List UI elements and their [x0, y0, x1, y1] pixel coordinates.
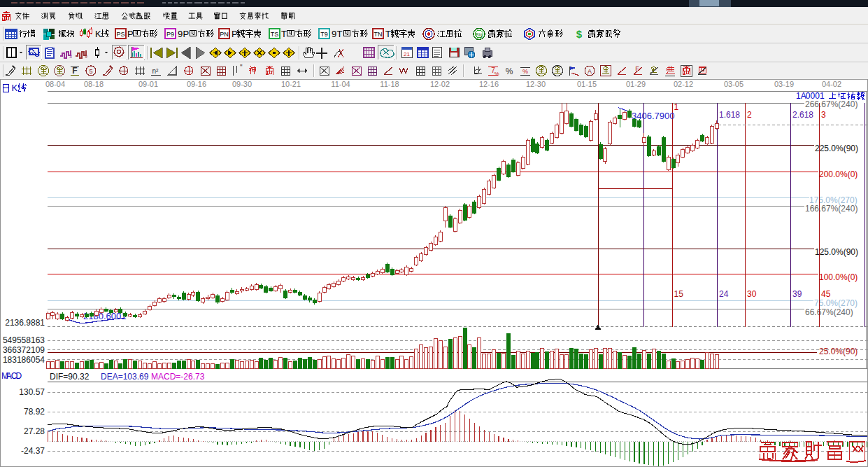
svg-text:10-21: 10-21 [281, 80, 301, 88]
svg-text:12-02: 12-02 [430, 80, 450, 88]
svg-text:9: 9 [332, 29, 336, 39]
svg-text:5: 5 [89, 68, 92, 75]
svg-text:9: 9 [85, 54, 87, 59]
svg-text:F: F [72, 66, 77, 76]
svg-text:9: 9 [178, 29, 183, 39]
svg-text:T: T [385, 29, 391, 39]
svg-text:P: P [183, 29, 189, 39]
svg-text:39: 39 [792, 289, 802, 299]
svg-text:08-18: 08-18 [84, 80, 104, 88]
svg-text:366372109: 366372109 [3, 345, 45, 355]
svg-text:P: P [127, 29, 134, 39]
svg-text:P: P [232, 29, 238, 39]
svg-text:03-19: 03-19 [774, 80, 794, 88]
svg-text:25.0%(90): 25.0%(90) [819, 347, 858, 356]
svg-text:12-16: 12-16 [479, 80, 499, 88]
svg-text:66.67%(240): 66.67%(240) [805, 307, 853, 317]
svg-text:A: A [588, 68, 592, 75]
svg-text:T: T [281, 29, 287, 39]
svg-text:1: 1 [820, 91, 825, 101]
svg-text:K: K [95, 29, 101, 39]
svg-text:DEA=103.69: DEA=103.69 [101, 372, 149, 382]
svg-text:3406.7900: 3406.7900 [632, 111, 674, 121]
svg-text:T: T [336, 29, 342, 39]
svg-text:T9: T9 [320, 31, 328, 38]
svg-text:09-30: 09-30 [232, 80, 252, 88]
svg-text:$: $ [576, 28, 583, 40]
svg-text:Big: Big [476, 32, 483, 38]
svg-text:TN: TN [374, 31, 383, 38]
svg-text:%: % [494, 71, 499, 77]
svg-text:78.92: 78.92 [24, 407, 45, 417]
svg-text:K: K [12, 83, 18, 93]
svg-text:12-30: 12-30 [526, 80, 546, 88]
svg-text:P9: P9 [166, 31, 174, 38]
svg-text:09-16: 09-16 [187, 80, 206, 88]
svg-text:130.57: 130.57 [19, 387, 45, 397]
svg-text:125.0%(90): 125.0%(90) [815, 247, 858, 257]
svg-text:MACD=-26.73: MACD=-26.73 [151, 372, 205, 382]
svg-text:": " [240, 64, 243, 71]
svg-text:DIF=90.32: DIF=90.32 [50, 372, 90, 382]
svg-text:2: 2 [747, 110, 752, 120]
svg-text:549558163: 549558163 [3, 335, 45, 345]
svg-text:11-04: 11-04 [331, 80, 350, 88]
svg-text:100.0%(0): 100.0%(0) [819, 272, 858, 282]
svg-text:166.67%(240): 166.67%(240) [805, 204, 858, 214]
svg-text:n²: n² [152, 67, 159, 75]
svg-text:1: 1 [674, 102, 679, 112]
svg-text:1.618: 1.618 [719, 110, 740, 120]
svg-text:09-01: 09-01 [138, 80, 158, 88]
svg-text:11-18: 11-18 [380, 80, 399, 88]
svg-text:200.0%(0): 200.0%(0) [819, 169, 858, 179]
svg-text:225.0%(90): 225.0%(90) [815, 144, 858, 153]
svg-text:TS: TS [271, 31, 279, 38]
svg-text:PN: PN [220, 31, 229, 38]
svg-text:01-29: 01-29 [626, 80, 646, 88]
svg-text:27.28: 27.28 [24, 426, 45, 436]
svg-text:02-12: 02-12 [674, 80, 693, 88]
svg-text:3: 3 [69, 54, 72, 59]
svg-text:3: 3 [821, 110, 826, 120]
svg-text:30: 30 [747, 289, 757, 299]
svg-text:2.618: 2.618 [792, 110, 813, 120]
svg-text:03-05: 03-05 [724, 80, 744, 88]
svg-text:%: % [506, 67, 513, 76]
svg-text:24: 24 [719, 289, 729, 299]
svg-text:08-04: 08-04 [45, 80, 65, 88]
svg-text:D: D [15, 371, 22, 381]
svg-text:PS: PS [116, 31, 124, 38]
svg-text:04-02: 04-02 [822, 80, 841, 88]
svg-text:45: 45 [821, 289, 831, 299]
svg-text:01-15: 01-15 [577, 80, 597, 88]
svg-text:21: 21 [404, 51, 410, 57]
svg-text:%: % [522, 68, 528, 75]
svg-text:183186054: 183186054 [3, 355, 45, 365]
svg-text:15: 15 [674, 289, 684, 299]
svg-text:-24.37: -24.37 [21, 446, 45, 456]
svg-text:2136.9881: 2136.9881 [5, 318, 45, 328]
